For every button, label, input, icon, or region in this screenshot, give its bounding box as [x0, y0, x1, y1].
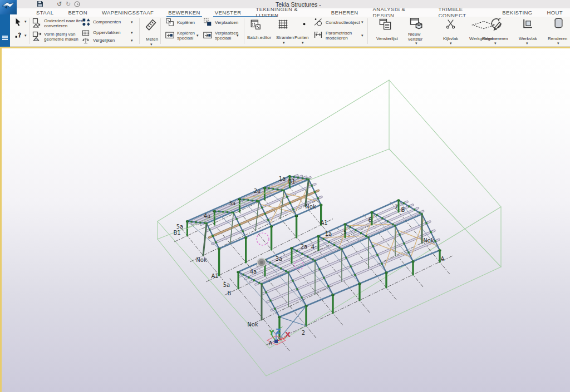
toolbar-separator: [160, 18, 161, 44]
ribbon-tab-hout[interactable]: HOUT: [539, 9, 570, 17]
window-list-icon: [379, 17, 392, 31]
model-viewport[interactable]: 1aB12a3a4a5aB1NokA1NokA15aB4a3a2a1a4567B…: [0, 48, 570, 392]
new-window-icon: [409, 16, 424, 31]
toolbar-label: Nieuw: [408, 32, 420, 37]
toolbar-label: Vensterlijst: [376, 36, 398, 41]
toolbar-label: Meten: [146, 37, 158, 42]
ribbon-tab-beton[interactable]: BETON: [61, 9, 95, 17]
redo-icon[interactable]: ↻: [66, 1, 71, 8]
grids-icon: [277, 18, 289, 30]
chevron-down-icon[interactable]: ▾: [494, 42, 497, 45]
convert-part-to-item-icon: [32, 17, 43, 28]
chevron-down-icon[interactable]: ▾: [557, 42, 559, 45]
chevron-down-icon[interactable]: ▾: [131, 31, 133, 34]
toolbar-label: Vergelijken: [93, 38, 115, 43]
chevron-down-icon[interactable]: ▾: [450, 42, 452, 45]
measure-icon: [144, 17, 158, 32]
ribbon-tab-wapeningsstaaf[interactable]: WAPENINGSSTAAF: [95, 9, 161, 17]
toolbar-label: Kopiëren: [177, 31, 195, 36]
chevron-down-icon[interactable]: ▾: [131, 21, 133, 24]
ribbon-tab-bewerken[interactable]: BEWERKEN: [161, 9, 208, 17]
render-icon: [552, 17, 565, 29]
active-view-border-left: [0, 48, 2, 392]
compare-icon: [82, 37, 90, 44]
chevron-down-icon[interactable]: ▾: [237, 34, 239, 37]
make-shape-from-geometry-icon: [32, 31, 43, 42]
toolbar-label: Stramien: [276, 35, 294, 40]
save-icon[interactable]: [37, 1, 43, 8]
components-icon: [81, 17, 91, 27]
chevron-down-icon[interactable]: ▾: [196, 34, 199, 37]
toolbar-label: Verplaatsen: [215, 20, 238, 25]
ribbon-tab-bekisting[interactable]: BEKISTING: [495, 9, 539, 17]
toolbar-separator: [29, 18, 30, 44]
toolbar-label: Punten: [294, 35, 308, 40]
svg-text:?: ?: [18, 32, 21, 38]
toolbar-label: Werkvlak: [519, 36, 537, 41]
copy-special-icon: [165, 30, 175, 40]
toolbar-label: Regenereren: [482, 36, 508, 41]
ribbon-tab-venster[interactable]: VENSTER: [208, 9, 249, 17]
toolbar-label: Verplaatsen: [215, 31, 238, 36]
toolbar-label: Vorm (item) van: [44, 32, 75, 37]
batch-editor-icon: [249, 18, 262, 31]
parametric-modeling-icon: [313, 30, 323, 39]
select-help-icon: ?: [14, 31, 23, 39]
tekla-logo-icon: [2, 1, 15, 10]
chevron-down-icon[interactable]: ▾: [24, 34, 27, 37]
tekla-structures-window: Tekla Structures - ↺ ↻ STAALBETONWAPENIN…: [0, 0, 570, 392]
view-plane-icon: [445, 18, 456, 29]
ribbon-tab-beheren[interactable]: BEHEREN: [324, 9, 366, 17]
chevron-down-icon[interactable]: ▾: [131, 39, 133, 42]
move-icon: [203, 17, 213, 27]
toolbar-label: Batch-editor: [247, 35, 271, 40]
toolbar-label: converteren: [44, 23, 67, 28]
toolbar-label: Constructieobject: [326, 20, 360, 25]
chevron-down-icon[interactable]: ▾: [283, 41, 285, 44]
chevron-down-icon[interactable]: ▾: [150, 43, 153, 46]
construction-object-icon: [313, 17, 323, 27]
surfaces-icon: [81, 28, 90, 37]
undo-icon[interactable]: ↺: [57, 1, 62, 8]
copy-icon: [165, 17, 175, 27]
chevron-down-icon[interactable]: ▾: [302, 41, 304, 44]
toolbar-label: speciaal: [177, 36, 193, 41]
toolbar-label: Renderen: [548, 36, 567, 41]
toolbar-label: Componenten: [93, 19, 121, 24]
ribbon-tab-staal[interactable]: STAAL: [29, 9, 61, 17]
work-plane-icon: [522, 18, 533, 29]
ribbon-toolbar: ▾?▾Onderdeel naar itemconverterenVorm (i…: [0, 17, 570, 47]
toolbar-label: Oppervlakken: [93, 30, 120, 35]
side-strip: [0, 14, 10, 47]
active-view-border-top: [0, 47, 570, 48]
chevron-down-icon[interactable]: ▾: [526, 42, 528, 45]
history-icon[interactable]: [74, 1, 80, 8]
toolbar-separator: [367, 18, 368, 44]
toolbar-label: speciaal: [215, 36, 231, 41]
chevron-down-icon[interactable]: ▾: [24, 20, 27, 23]
model-3d-wireframe: [0, 48, 570, 392]
toolbar-label: geometrie maken: [44, 37, 78, 42]
chevron-down-icon[interactable]: ▾: [361, 34, 363, 37]
toolbar-label: modelleren: [326, 36, 348, 41]
toolbar-label: Onderdeel naar item: [44, 18, 85, 23]
move-special-icon: [203, 30, 213, 40]
toolbar-separator: [139, 18, 140, 44]
tekla-logo[interactable]: [0, 0, 17, 14]
chevron-down-icon[interactable]: ▾: [361, 21, 363, 24]
menu-icon[interactable]: [2, 36, 8, 40]
toolbar-label: Parametrisch: [326, 31, 352, 36]
ribbon-tabs: STAALBETONWAPENINGSSTAAFBEWERKENVENSTERT…: [0, 8, 570, 17]
toolbar-separator: [244, 18, 244, 44]
toolbar-label: Kijkvlak: [443, 36, 458, 41]
toolbar-label: Kopiëren: [177, 20, 195, 25]
regenerate-icon: [489, 17, 503, 31]
select-pointer-icon: [13, 17, 23, 27]
points-icon: [300, 19, 308, 28]
chevron-down-icon[interactable]: ▾: [415, 42, 417, 45]
